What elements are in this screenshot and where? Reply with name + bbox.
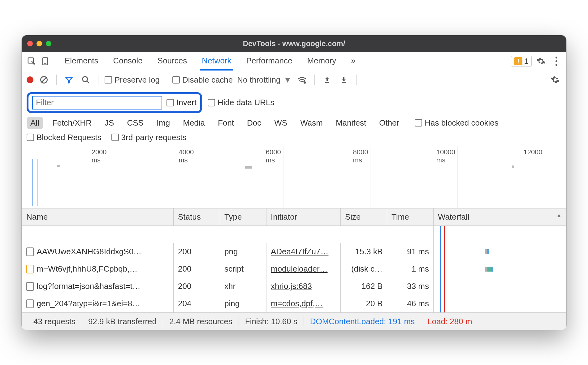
table-row[interactable]: m=Wt6vjf,hhhU8,FCpbqb,… 200 script modul… bbox=[22, 260, 566, 278]
type-doc[interactable]: Doc bbox=[243, 117, 265, 129]
minimize-icon[interactable] bbox=[37, 41, 42, 46]
settings-icon[interactable] bbox=[535, 55, 547, 67]
doc-file-icon bbox=[26, 282, 34, 291]
tab-elements[interactable]: Elements bbox=[63, 52, 100, 71]
svg-point-4 bbox=[556, 60, 557, 62]
initiator-link[interactable]: m=cdos,dpf,… bbox=[271, 299, 323, 308]
window-controls bbox=[27, 41, 51, 46]
type-js[interactable]: JS bbox=[101, 117, 118, 129]
col-type[interactable]: Type bbox=[220, 208, 266, 225]
disable-cache-checkbox[interactable]: Disable cache bbox=[172, 75, 233, 85]
title-bar: DevTools - www.google.com/ bbox=[22, 35, 566, 52]
throttling-select[interactable]: No throttling ▼ bbox=[237, 75, 292, 85]
tab-network[interactable]: Network bbox=[200, 52, 233, 71]
type-wasm[interactable]: Wasm bbox=[296, 117, 326, 129]
status-finish: Finish: 10.60 s bbox=[239, 317, 304, 326]
status-load: Load: 280 m bbox=[421, 317, 478, 326]
type-filters: All Fetch/XHR JS CSS Img Media Font Doc … bbox=[22, 115, 566, 131]
svg-line-7 bbox=[41, 77, 46, 82]
tab-memory[interactable]: Memory bbox=[305, 52, 338, 71]
status-transferred: 92.9 kB transferred bbox=[82, 317, 163, 326]
status-requests: 43 requests bbox=[27, 317, 82, 326]
third-party-checkbox[interactable]: 3rd-party requests bbox=[111, 133, 187, 142]
status-dcl: DOMContentLoaded: 191 ms bbox=[304, 317, 421, 326]
upload-icon[interactable] bbox=[321, 74, 333, 86]
image-file-icon bbox=[26, 247, 34, 256]
type-manifest[interactable]: Manifest bbox=[332, 117, 370, 129]
timeline-overview[interactable]: 2000 ms 4000 ms 6000 ms 8000 ms 10000 ms… bbox=[22, 146, 566, 208]
type-css[interactable]: CSS bbox=[123, 117, 147, 129]
download-icon[interactable] bbox=[338, 74, 350, 86]
table-row[interactable]: AAWUweXANHG8IddxgS0… 200 png ADea4I7IfZu… bbox=[22, 243, 566, 260]
issues-badge[interactable]: !1 bbox=[511, 56, 532, 67]
filter-input[interactable] bbox=[32, 96, 162, 110]
filter-highlight: Invert bbox=[27, 92, 202, 113]
type-img[interactable]: Img bbox=[153, 117, 174, 129]
type-font[interactable]: Font bbox=[214, 117, 238, 129]
inspect-icon[interactable] bbox=[25, 55, 38, 67]
initiator-link[interactable]: xhrio.js:683 bbox=[271, 281, 312, 291]
chevron-down-icon: ▼ bbox=[283, 75, 292, 85]
svg-point-5 bbox=[556, 64, 557, 66]
svg-point-10 bbox=[304, 81, 306, 84]
kebab-icon[interactable] bbox=[550, 55, 563, 67]
record-icon[interactable] bbox=[27, 76, 33, 83]
type-media[interactable]: Media bbox=[179, 117, 209, 129]
svg-rect-12 bbox=[342, 82, 346, 83]
col-name[interactable]: Name bbox=[22, 208, 174, 225]
panel-tabs: Elements Console Sources Network Perform… bbox=[63, 52, 357, 71]
col-time[interactable]: Time bbox=[387, 208, 434, 225]
svg-point-3 bbox=[556, 57, 557, 58]
svg-line-9 bbox=[87, 81, 89, 83]
type-ws[interactable]: WS bbox=[270, 117, 291, 129]
preserve-log-checkbox[interactable]: Preserve log bbox=[105, 75, 160, 85]
script-file-icon bbox=[26, 265, 34, 273]
clear-icon[interactable] bbox=[38, 74, 50, 86]
blocked-requests-checkbox[interactable]: Blocked Requests bbox=[27, 133, 102, 142]
close-icon[interactable] bbox=[27, 41, 33, 46]
col-status[interactable]: Status bbox=[174, 208, 220, 225]
svg-point-8 bbox=[83, 77, 88, 82]
hide-data-urls-checkbox[interactable]: Hide data URLs bbox=[208, 98, 275, 107]
table-row[interactable]: gen_204?atyp=i&r=1&ei=8… 204 ping m=cdos… bbox=[22, 295, 566, 313]
type-other[interactable]: Other bbox=[375, 117, 403, 129]
issues-count: 1 bbox=[524, 57, 528, 66]
window-title: DevTools - www.google.com/ bbox=[22, 39, 566, 48]
tab-more[interactable]: » bbox=[349, 52, 357, 71]
main-tabs-row: Elements Console Sources Network Perform… bbox=[22, 52, 566, 71]
has-blocked-cookies-checkbox[interactable]: Has blocked cookies bbox=[415, 118, 498, 128]
tab-console[interactable]: Console bbox=[111, 52, 144, 71]
filter-icon[interactable] bbox=[63, 74, 75, 86]
search-icon[interactable] bbox=[80, 74, 92, 86]
network-conditions-icon[interactable] bbox=[296, 74, 308, 86]
tab-performance[interactable]: Performance bbox=[244, 52, 294, 71]
col-initiator[interactable]: Initiator bbox=[266, 208, 341, 225]
initiator-link[interactable]: moduleloader… bbox=[271, 264, 328, 273]
filter-row: Invert Hide data URLs bbox=[22, 89, 566, 115]
table-header-row: Name Status Type Initiator Size Time Wat… bbox=[22, 208, 566, 225]
doc-file-icon bbox=[26, 299, 34, 308]
filter-row-3: Blocked Requests 3rd-party requests bbox=[22, 131, 566, 146]
device-toggle-icon[interactable] bbox=[39, 55, 51, 67]
tab-sources[interactable]: Sources bbox=[156, 52, 189, 71]
type-fetch-xhr[interactable]: Fetch/XHR bbox=[49, 117, 95, 129]
col-waterfall[interactable]: Waterfall bbox=[434, 208, 566, 225]
network-toolbar: Preserve log Disable cache No throttling… bbox=[22, 71, 566, 89]
col-size[interactable]: Size bbox=[341, 208, 387, 225]
invert-checkbox[interactable]: Invert bbox=[166, 98, 197, 107]
zoom-icon[interactable] bbox=[46, 41, 51, 46]
panel-settings-icon[interactable] bbox=[549, 74, 561, 86]
devtools-window: DevTools - www.google.com/ Elements Cons… bbox=[22, 35, 566, 330]
svg-rect-11 bbox=[325, 82, 329, 83]
network-table: Name Status Type Initiator Size Time Wat… bbox=[22, 208, 566, 313]
initiator-link[interactable]: ADea4I7IfZu7… bbox=[271, 247, 328, 256]
table-row[interactable]: log?format=json&hasfast=t… 200 xhr xhrio… bbox=[22, 278, 566, 295]
status-resources: 2.4 MB resources bbox=[163, 317, 239, 326]
type-all[interactable]: All bbox=[27, 117, 43, 129]
status-bar: 43 requests 92.9 kB transferred 2.4 MB r… bbox=[22, 313, 566, 330]
